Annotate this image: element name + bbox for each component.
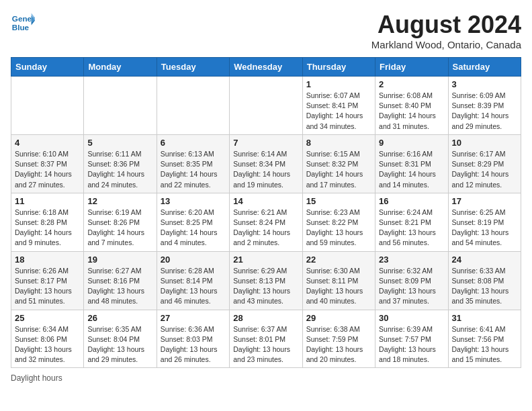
day-info: Sunrise: 6:17 AM Sunset: 8:29 PM Dayligh…	[452, 149, 517, 190]
day-info: Sunrise: 6:11 AM Sunset: 8:36 PM Dayligh…	[87, 149, 152, 190]
day-number: 24	[452, 255, 517, 265]
weekday-header-monday: Monday	[84, 58, 157, 77]
day-number: 29	[306, 313, 371, 323]
day-info: Sunrise: 6:32 AM Sunset: 8:09 PM Dayligh…	[379, 266, 444, 307]
day-number: 1	[306, 79, 371, 89]
day-cell: 6Sunrise: 6:13 AM Sunset: 8:35 PM Daylig…	[157, 134, 229, 193]
day-number: 9	[379, 138, 444, 148]
day-cell: 7Sunrise: 6:14 AM Sunset: 8:34 PM Daylig…	[230, 134, 302, 193]
week-row-0: 1Sunrise: 6:07 AM Sunset: 8:41 PM Daylig…	[11, 77, 521, 135]
day-info: Sunrise: 6:33 AM Sunset: 8:08 PM Dayligh…	[452, 266, 517, 307]
header: General Blue August 2024 Markland Wood, …	[11, 11, 521, 50]
day-info: Sunrise: 6:37 AM Sunset: 8:01 PM Dayligh…	[233, 324, 298, 365]
day-number: 21	[233, 255, 298, 265]
day-number: 14	[233, 196, 298, 206]
weekday-header-saturday: Saturday	[448, 58, 521, 77]
weekday-header-row: SundayMondayTuesdayWednesdayThursdayFrid…	[11, 58, 521, 77]
week-row-4: 25Sunrise: 6:34 AM Sunset: 8:06 PM Dayli…	[11, 310, 521, 368]
weekday-header-friday: Friday	[375, 58, 448, 77]
day-cell: 5Sunrise: 6:11 AM Sunset: 8:36 PM Daylig…	[84, 134, 157, 193]
day-cell: 28Sunrise: 6:37 AM Sunset: 8:01 PM Dayli…	[230, 310, 302, 368]
day-number: 22	[306, 255, 371, 265]
day-number: 16	[379, 196, 444, 206]
day-cell: 25Sunrise: 6:34 AM Sunset: 8:06 PM Dayli…	[11, 310, 84, 368]
day-number: 13	[161, 196, 226, 206]
week-row-3: 18Sunrise: 6:26 AM Sunset: 8:17 PM Dayli…	[11, 251, 521, 310]
day-number: 23	[379, 255, 444, 265]
day-cell: 1Sunrise: 6:07 AM Sunset: 8:41 PM Daylig…	[302, 77, 375, 135]
day-cell: 3Sunrise: 6:09 AM Sunset: 8:39 PM Daylig…	[448, 77, 521, 135]
day-info: Sunrise: 6:20 AM Sunset: 8:25 PM Dayligh…	[161, 208, 226, 248]
day-number: 6	[161, 138, 226, 148]
day-info: Sunrise: 6:09 AM Sunset: 8:39 PM Dayligh…	[452, 91, 517, 132]
day-cell: 9Sunrise: 6:16 AM Sunset: 8:31 PM Daylig…	[375, 134, 448, 193]
day-number: 30	[379, 313, 444, 323]
day-cell: 24Sunrise: 6:33 AM Sunset: 8:08 PM Dayli…	[448, 251, 521, 310]
location: Markland Wood, Ontario, Canada	[371, 39, 521, 50]
day-cell: 2Sunrise: 6:08 AM Sunset: 8:40 PM Daylig…	[375, 77, 448, 135]
day-info: Sunrise: 6:38 AM Sunset: 7:59 PM Dayligh…	[306, 324, 371, 365]
day-cell: 14Sunrise: 6:21 AM Sunset: 8:24 PM Dayli…	[230, 193, 302, 251]
day-number: 25	[15, 313, 80, 323]
weekday-header-sunday: Sunday	[11, 58, 84, 77]
day-number: 26	[87, 313, 152, 323]
daylight-label: Daylight hours	[11, 373, 62, 383]
day-info: Sunrise: 6:21 AM Sunset: 8:24 PM Dayligh…	[233, 208, 298, 248]
day-info: Sunrise: 6:19 AM Sunset: 8:26 PM Dayligh…	[87, 208, 152, 248]
day-cell: 11Sunrise: 6:18 AM Sunset: 8:28 PM Dayli…	[11, 193, 84, 251]
day-cell: 27Sunrise: 6:36 AM Sunset: 8:03 PM Dayli…	[157, 310, 229, 368]
day-number: 7	[233, 138, 298, 148]
day-number: 4	[15, 138, 80, 148]
day-cell: 22Sunrise: 6:30 AM Sunset: 8:11 PM Dayli…	[302, 251, 375, 310]
day-number: 8	[306, 138, 371, 148]
day-number: 27	[161, 313, 226, 323]
logo: General Blue	[11, 11, 35, 35]
day-cell: 20Sunrise: 6:28 AM Sunset: 8:14 PM Dayli…	[157, 251, 229, 310]
day-info: Sunrise: 6:35 AM Sunset: 8:04 PM Dayligh…	[87, 324, 152, 365]
day-info: Sunrise: 6:16 AM Sunset: 8:31 PM Dayligh…	[379, 149, 444, 190]
day-info: Sunrise: 6:34 AM Sunset: 8:06 PM Dayligh…	[15, 324, 80, 365]
calendar: SundayMondayTuesdayWednesdayThursdayFrid…	[11, 57, 521, 368]
day-info: Sunrise: 6:24 AM Sunset: 8:21 PM Dayligh…	[379, 208, 444, 248]
weekday-header-tuesday: Tuesday	[157, 58, 229, 77]
day-info: Sunrise: 6:13 AM Sunset: 8:35 PM Dayligh…	[161, 149, 226, 190]
day-number: 20	[161, 255, 226, 265]
day-number: 11	[15, 196, 80, 206]
day-info: Sunrise: 6:23 AM Sunset: 8:22 PM Dayligh…	[306, 208, 371, 248]
day-cell	[84, 77, 157, 135]
day-info: Sunrise: 6:25 AM Sunset: 8:19 PM Dayligh…	[452, 208, 517, 248]
day-cell: 17Sunrise: 6:25 AM Sunset: 8:19 PM Dayli…	[448, 193, 521, 251]
day-cell	[157, 77, 229, 135]
day-cell: 19Sunrise: 6:27 AM Sunset: 8:16 PM Dayli…	[84, 251, 157, 310]
day-info: Sunrise: 6:30 AM Sunset: 8:11 PM Dayligh…	[306, 266, 371, 307]
weekday-header-wednesday: Wednesday	[230, 58, 302, 77]
day-cell	[230, 77, 302, 135]
day-cell: 30Sunrise: 6:39 AM Sunset: 7:57 PM Dayli…	[375, 310, 448, 368]
day-number: 5	[87, 138, 152, 148]
day-number: 17	[452, 196, 517, 206]
logo-icon: General Blue	[11, 11, 35, 35]
footer: Daylight hours	[11, 373, 521, 383]
day-cell: 4Sunrise: 6:10 AM Sunset: 8:37 PM Daylig…	[11, 134, 84, 193]
day-info: Sunrise: 6:27 AM Sunset: 8:16 PM Dayligh…	[87, 266, 152, 307]
day-number: 10	[452, 138, 517, 148]
day-info: Sunrise: 6:36 AM Sunset: 8:03 PM Dayligh…	[161, 324, 226, 365]
day-cell	[11, 77, 84, 135]
day-number: 2	[379, 79, 444, 89]
day-number: 15	[306, 196, 371, 206]
day-info: Sunrise: 6:41 AM Sunset: 7:56 PM Dayligh…	[452, 324, 517, 365]
day-info: Sunrise: 6:39 AM Sunset: 7:57 PM Dayligh…	[379, 324, 444, 365]
day-cell: 15Sunrise: 6:23 AM Sunset: 8:22 PM Dayli…	[302, 193, 375, 251]
svg-text:Blue: Blue	[12, 23, 30, 32]
day-cell: 21Sunrise: 6:29 AM Sunset: 8:13 PM Dayli…	[230, 251, 302, 310]
week-row-2: 11Sunrise: 6:18 AM Sunset: 8:28 PM Dayli…	[11, 193, 521, 251]
day-number: 18	[15, 255, 80, 265]
day-info: Sunrise: 6:14 AM Sunset: 8:34 PM Dayligh…	[233, 149, 298, 190]
day-info: Sunrise: 6:29 AM Sunset: 8:13 PM Dayligh…	[233, 266, 298, 307]
day-info: Sunrise: 6:08 AM Sunset: 8:40 PM Dayligh…	[379, 91, 444, 132]
day-number: 28	[233, 313, 298, 323]
day-cell: 13Sunrise: 6:20 AM Sunset: 8:25 PM Dayli…	[157, 193, 229, 251]
day-cell: 18Sunrise: 6:26 AM Sunset: 8:17 PM Dayli…	[11, 251, 84, 310]
day-cell: 31Sunrise: 6:41 AM Sunset: 7:56 PM Dayli…	[448, 310, 521, 368]
day-number: 12	[87, 196, 152, 206]
